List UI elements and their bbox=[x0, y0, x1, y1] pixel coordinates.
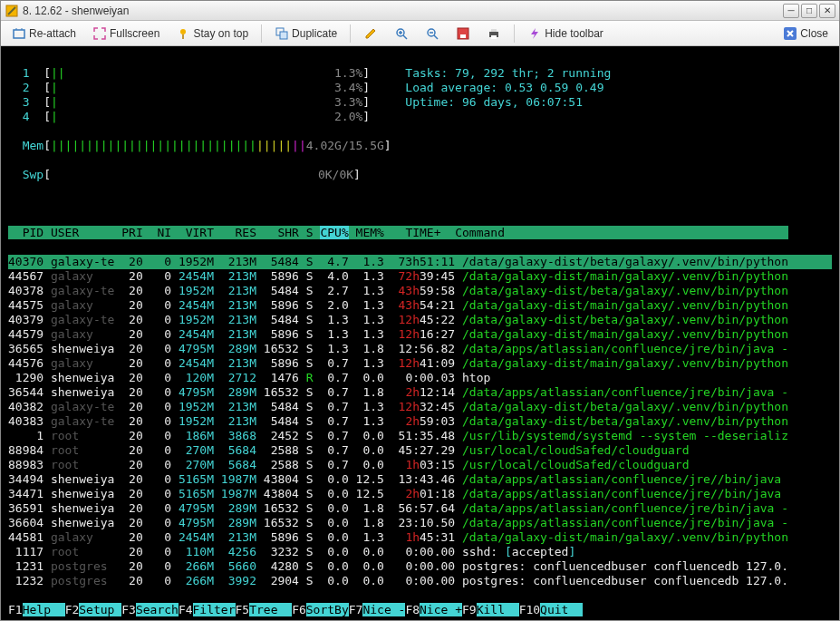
header-row[interactable]: PID USER PRI NI VIRT RES SHR S CPU% MEM%… bbox=[8, 226, 832, 240]
table-row[interactable]: 88983 root 20 0 270M 5684 2588 S 0.7 0.0… bbox=[8, 458, 832, 472]
hide-toolbar-label: Hide toolbar bbox=[545, 27, 603, 40]
mem-label: Mem bbox=[23, 139, 43, 152]
app-window: 8. 12.62 - shenweiyan ─ □ ✕ Re-attach Fu… bbox=[0, 0, 840, 621]
reattach-icon bbox=[12, 26, 26, 41]
process-list[interactable]: 40370 galaxy-te 20 0 1952M 213M 5484 S 4… bbox=[8, 255, 832, 588]
table-row[interactable]: 44579 galaxy 20 0 2454M 213M 5896 S 1.3 … bbox=[8, 327, 832, 342]
pin-icon bbox=[176, 26, 190, 41]
floppy-icon bbox=[456, 26, 470, 41]
titlebar[interactable]: 8. 12.62 - shenweiyan ─ □ ✕ bbox=[1, 1, 839, 21]
lightning-icon bbox=[527, 26, 542, 41]
table-row[interactable]: 44581 galaxy 20 0 2454M 213M 5896 S 0.0 … bbox=[8, 530, 832, 545]
duplicate-button[interactable]: Duplicate bbox=[269, 24, 343, 44]
table-row[interactable]: 36544 shenweiya 20 0 4795M 289M 16532 S … bbox=[8, 385, 832, 400]
toolbar-close-button[interactable]: Close bbox=[777, 24, 834, 44]
toolbar: Re-attach Fullscreen Stay on top Duplica… bbox=[1, 21, 839, 46]
fullscreen-icon bbox=[92, 26, 107, 41]
cpu-meter-1: 1 [|| 1.3%] Tasks: 79, 292 thr; 2 runnin… bbox=[8, 66, 832, 81]
close-button[interactable]: ✕ bbox=[819, 4, 835, 18]
table-row[interactable]: 36565 shenweiya 20 0 4795M 289M 16532 S … bbox=[8, 342, 832, 356]
table-row[interactable]: 40383 galaxy-te 20 0 1952M 213M 5484 S 0… bbox=[8, 414, 832, 429]
svg-point-2 bbox=[180, 29, 186, 34]
table-row[interactable]: 44567 galaxy 20 0 2454M 213M 5896 S 4.0 … bbox=[8, 269, 832, 284]
reattach-button[interactable]: Re-attach bbox=[6, 24, 82, 44]
toolbar-separator bbox=[514, 24, 515, 43]
svg-rect-8 bbox=[460, 34, 466, 38]
table-row[interactable]: 1231 postgres 20 0 266M 5660 4280 S 0.0 … bbox=[8, 559, 832, 574]
close-x-icon bbox=[783, 26, 797, 41]
table-row[interactable]: 1 root 20 0 186M 3868 2452 S 0.7 0.0 51:… bbox=[8, 429, 832, 443]
table-row[interactable]: 40382 galaxy-te 20 0 1952M 213M 5484 S 0… bbox=[8, 400, 832, 414]
duplicate-icon bbox=[275, 26, 289, 41]
svg-rect-11 bbox=[491, 35, 497, 39]
hide-toolbar-button[interactable]: Hide toolbar bbox=[522, 24, 609, 44]
pencil-icon bbox=[363, 26, 378, 41]
table-row[interactable]: 34494 shenweiya 20 0 5165M 1987M 43804 S… bbox=[8, 472, 832, 487]
printer-icon bbox=[487, 26, 501, 41]
swp-label: Swp bbox=[23, 168, 43, 181]
table-row[interactable]: 1232 postgres 20 0 266M 3992 2904 S 0.0 … bbox=[8, 574, 832, 588]
svg-rect-10 bbox=[491, 29, 497, 32]
table-row[interactable]: 34471 shenweiya 20 0 5165M 1987M 43804 S… bbox=[8, 487, 832, 501]
zoom-out-button[interactable] bbox=[420, 24, 445, 44]
table-row[interactable]: 44576 galaxy 20 0 2454M 213M 5896 S 0.7 … bbox=[8, 356, 832, 371]
table-row[interactable]: 1290 shenweiya 20 0 120M 2712 1476 R 0.7… bbox=[8, 371, 832, 385]
reattach-label: Re-attach bbox=[29, 27, 76, 40]
sort-column-cpu[interactable]: CPU% bbox=[320, 226, 348, 239]
table-row[interactable]: 40379 galaxy-te 20 0 1952M 213M 5484 S 1… bbox=[8, 313, 832, 327]
table-row[interactable]: 88984 root 20 0 270M 5684 2588 S 0.7 0.0… bbox=[8, 443, 832, 458]
window-title: 8. 12.62 - shenweiyan bbox=[23, 5, 783, 17]
table-row[interactable]: 40370 galaxy-te 20 0 1952M 213M 5484 S 4… bbox=[8, 255, 832, 269]
zoom-out-icon bbox=[425, 26, 439, 41]
app-icon bbox=[5, 4, 19, 18]
close-label: Close bbox=[800, 27, 828, 40]
stayontop-button[interactable]: Stay on top bbox=[170, 24, 254, 44]
swp-text: 0K/0K bbox=[318, 168, 353, 181]
svg-rect-1 bbox=[14, 30, 24, 38]
duplicate-label: Duplicate bbox=[292, 27, 337, 40]
print-button[interactable] bbox=[481, 24, 507, 44]
cpu-meter-3: 3 [| 3.3%] Uptime: 96 days, 06:07:51 bbox=[8, 95, 832, 110]
cpu-meter-2: 2 [| 3.4%] Load average: 0.53 0.59 0.49 bbox=[8, 81, 832, 95]
table-row[interactable]: 40378 galaxy-te 20 0 1952M 213M 5484 S 2… bbox=[8, 284, 832, 298]
table-row[interactable]: 36591 shenweiya 20 0 4795M 289M 16532 S … bbox=[8, 501, 832, 516]
minimize-button[interactable]: ─ bbox=[783, 4, 799, 18]
toolbar-separator bbox=[350, 24, 351, 43]
cpu-meter-4: 4 [| 2.0%] bbox=[8, 110, 832, 124]
table-row[interactable]: 1117 root 20 0 110M 4256 3232 S 0.0 0.0 … bbox=[8, 545, 832, 559]
fullscreen-button[interactable]: Fullscreen bbox=[87, 24, 165, 44]
fullscreen-label: Fullscreen bbox=[110, 27, 159, 40]
toolbar-separator bbox=[261, 24, 262, 43]
table-row[interactable]: 44575 galaxy 20 0 2454M 213M 5896 S 2.0 … bbox=[8, 298, 832, 313]
table-row[interactable]: 36604 shenweiya 20 0 4795M 289M 16532 S … bbox=[8, 516, 832, 530]
terminal[interactable]: 1 [|| 1.3%] Tasks: 79, 292 thr; 2 runnin… bbox=[1, 46, 839, 620]
mem-text: 4.02G/15.5G bbox=[306, 139, 384, 152]
save-button[interactable] bbox=[450, 24, 476, 44]
stayontop-label: Stay on top bbox=[193, 27, 248, 40]
edit-button[interactable] bbox=[358, 24, 383, 44]
svg-rect-4 bbox=[280, 32, 287, 39]
function-bar[interactable]: F1Help F2Setup F3SearchF4FilterF5Tree F6… bbox=[8, 603, 832, 617]
zoom-in-icon bbox=[394, 26, 409, 41]
zoom-in-button[interactable] bbox=[389, 24, 414, 44]
maximize-button[interactable]: □ bbox=[801, 4, 817, 18]
